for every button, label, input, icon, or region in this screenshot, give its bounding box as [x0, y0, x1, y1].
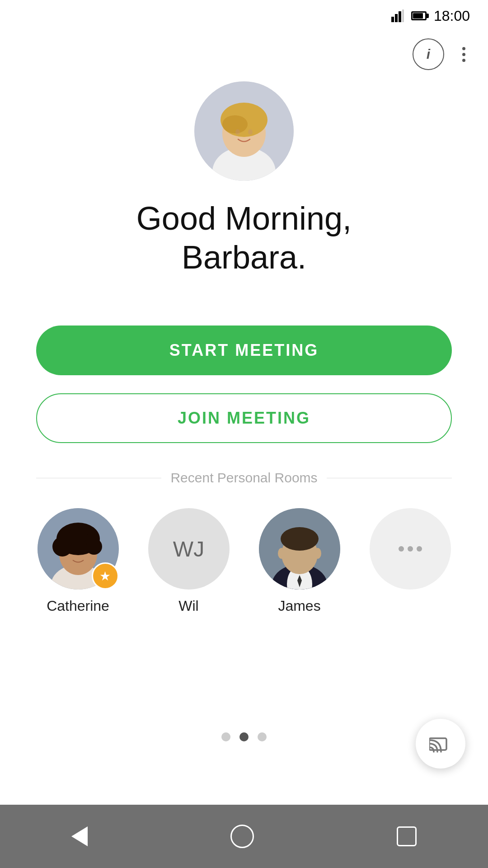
- back-icon: [71, 826, 88, 846]
- recents-icon: [397, 826, 417, 846]
- svg-marker-0: [391, 17, 394, 22]
- recent-rooms-section: Recent Personal Rooms: [0, 470, 488, 614]
- greeting-line2: Barbara.: [86, 238, 402, 277]
- svg-marker-1: [395, 14, 398, 22]
- navigation-bar: [0, 805, 488, 868]
- room-avatar-wil: WJ: [148, 508, 230, 590]
- more-dot-2: [462, 53, 465, 56]
- start-meeting-button[interactable]: START MEETING: [36, 326, 452, 375]
- header-line-left: [36, 478, 161, 478]
- status-bar: 18:00: [0, 0, 488, 32]
- avatar-image: [194, 81, 294, 181]
- home-button[interactable]: [221, 816, 263, 857]
- info-icon: i: [427, 47, 430, 62]
- svg-point-11: [235, 129, 240, 135]
- signal-icon: [391, 9, 404, 22]
- info-button[interactable]: i: [413, 38, 444, 70]
- room-label-wil: Wil: [178, 598, 198, 614]
- cast-button[interactable]: [416, 719, 465, 769]
- user-avatar: [194, 81, 294, 181]
- home-icon: [230, 825, 254, 848]
- cast-icon: [429, 735, 452, 753]
- svg-point-10: [222, 115, 248, 133]
- svg-point-30: [278, 548, 285, 559]
- recents-button[interactable]: [388, 817, 426, 855]
- more-dot-r1: [399, 546, 404, 552]
- status-time: 18:00: [434, 8, 470, 24]
- pagination: [221, 732, 267, 741]
- more-rooms-button[interactable]: [370, 508, 451, 590]
- page-dot-3[interactable]: [258, 732, 267, 741]
- room-avatar-james: [259, 508, 340, 590]
- svg-marker-2: [399, 11, 401, 22]
- top-actions: i: [413, 32, 470, 77]
- star-icon: ★: [99, 569, 111, 584]
- room-label-catherine: Catherine: [47, 598, 109, 614]
- back-button[interactable]: [62, 817, 97, 855]
- svg-point-29: [281, 527, 319, 551]
- greeting-line1: Good Morning,: [86, 199, 402, 238]
- room-item-james[interactable]: James: [258, 508, 341, 614]
- rooms-grid: ★ Catherine WJ Wil: [0, 508, 488, 614]
- room-item-catherine[interactable]: ★ Catherine: [36, 508, 120, 614]
- recent-rooms-label: Recent Personal Rooms: [170, 470, 317, 486]
- user-avatar-section: [194, 81, 294, 181]
- room-item-more[interactable]: [368, 508, 452, 590]
- header-line-right: [327, 478, 452, 478]
- greeting-section: Good Morning, Barbara.: [86, 199, 402, 277]
- page-dot-1[interactable]: [221, 732, 230, 741]
- room-avatar-catherine: ★: [38, 508, 119, 590]
- avatar-placeholder: [194, 81, 294, 181]
- recent-rooms-header: Recent Personal Rooms: [0, 470, 488, 486]
- more-dot-1: [462, 47, 465, 50]
- wil-initials: WJ: [148, 508, 230, 590]
- room-item-wil[interactable]: WJ Wil: [147, 508, 230, 614]
- svg-point-12: [248, 129, 253, 135]
- svg-point-22: [69, 526, 87, 544]
- more-rooms-dots: [399, 546, 422, 552]
- svg-marker-3: [402, 9, 404, 22]
- more-dot-r3: [417, 546, 422, 552]
- james-image: [259, 508, 340, 590]
- battery-icon: [411, 11, 427, 20]
- star-badge: ★: [92, 562, 119, 590]
- more-options-button[interactable]: [458, 42, 470, 66]
- more-dot-3: [462, 59, 465, 62]
- more-dot-r2: [408, 546, 413, 552]
- svg-point-31: [314, 548, 321, 559]
- page-dot-2[interactable]: [239, 732, 249, 741]
- room-label-james: James: [278, 598, 320, 614]
- join-meeting-button[interactable]: JOIN MEETING: [36, 393, 452, 443]
- james-photo: [259, 508, 340, 590]
